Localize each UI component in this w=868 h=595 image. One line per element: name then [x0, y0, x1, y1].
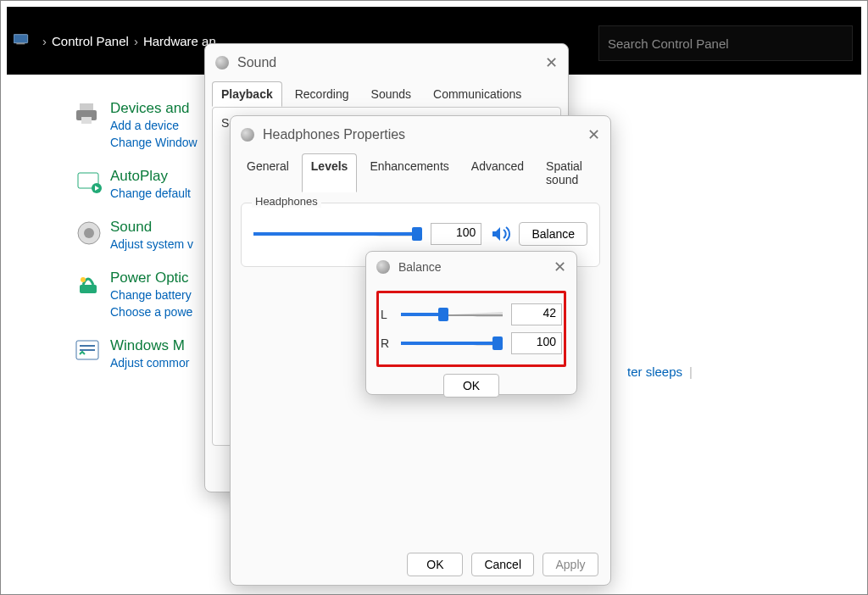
cancel-button[interactable]: Cancel — [471, 553, 534, 576]
balance-button[interactable]: Balance — [519, 222, 587, 246]
balance-icon — [376, 260, 390, 274]
tab-enhancements[interactable]: Enhancements — [360, 153, 458, 192]
tab-recording[interactable]: Recording — [286, 81, 359, 107]
category-title[interactable]: Windows M — [110, 337, 189, 354]
category-title[interactable]: Power Optic — [110, 270, 192, 286]
dialog-titlebar[interactable]: Balance ✕ — [366, 252, 576, 282]
power-icon — [75, 270, 103, 298]
ok-button[interactable]: OK — [407, 553, 463, 576]
right-label: R — [381, 336, 392, 350]
close-icon[interactable]: ✕ — [545, 53, 558, 72]
tab-communications[interactable]: Communications — [424, 81, 531, 107]
left-balance-slider[interactable] — [401, 309, 503, 320]
category-title[interactable]: AutoPlay — [110, 168, 191, 185]
volume-slider[interactable] — [253, 228, 422, 240]
search-input[interactable]: Search Control Panel — [598, 25, 853, 61]
breadcrumb-control-panel[interactable]: Control Panel — [52, 34, 129, 48]
chevron-right-icon: › — [134, 34, 138, 48]
dialog-title: Headphones Properties — [263, 127, 405, 142]
separator-icon: | — [689, 364, 693, 379]
link-adjust-volume[interactable]: Adjust system v — [110, 236, 193, 253]
tab-levels[interactable]: Levels — [302, 153, 358, 192]
highlight-annotation: L 42 R 100 — [376, 291, 566, 367]
link-add-device[interactable]: Add a device — [110, 117, 198, 134]
close-icon[interactable]: ✕ — [587, 125, 600, 144]
close-icon[interactable]: ✕ — [554, 258, 566, 276]
link-change-default[interactable]: Change default — [110, 185, 191, 202]
search-placeholder: Search Control Panel — [608, 36, 729, 51]
svg-point-11 — [81, 277, 86, 282]
left-balance-value[interactable]: 42 — [511, 303, 562, 325]
svg-rect-4 — [81, 117, 92, 124]
link-choose-power[interactable]: Choose a powe — [110, 303, 192, 320]
left-label: L — [381, 308, 392, 321]
svg-point-9 — [84, 228, 94, 238]
dialog-titlebar[interactable]: Sound ✕ — [205, 44, 568, 81]
svg-rect-2 — [80, 103, 93, 110]
ok-button[interactable]: OK — [443, 374, 499, 398]
tab-general[interactable]: General — [237, 153, 298, 192]
tab-sounds[interactable]: Sounds — [362, 81, 420, 107]
apply-button[interactable]: Apply — [542, 553, 598, 576]
right-balance-slider[interactable] — [401, 337, 503, 349]
tab-playback[interactable]: Playback — [212, 81, 282, 107]
link-adjust-common[interactable]: Adjust commor — [110, 354, 189, 371]
link-change-battery[interactable]: Change battery — [110, 286, 192, 303]
link-computer-sleeps[interactable]: ter sleeps| — [627, 364, 693, 379]
group-title: Headphones — [252, 195, 321, 208]
chevron-right-icon: › — [42, 34, 47, 48]
sound-tabs: Playback Recording Sounds Communications — [205, 81, 568, 107]
autoplay-icon — [75, 168, 103, 197]
tab-advanced[interactable]: Advanced — [462, 153, 533, 192]
props-tabs: General Levels Enhancements Advanced Spa… — [231, 153, 610, 192]
control-panel-icon — [14, 33, 31, 48]
dialog-titlebar[interactable]: Headphones Properties ✕ — [231, 116, 610, 153]
svg-rect-10 — [80, 285, 97, 293]
svg-rect-0 — [14, 35, 28, 43]
dialog-title: Sound — [237, 55, 276, 70]
mobility-icon — [75, 337, 103, 366]
right-balance-value[interactable]: 100 — [511, 332, 562, 354]
dialog-title: Balance — [398, 260, 442, 274]
tab-spatial-sound[interactable]: Spatial sound — [537, 153, 604, 192]
svg-rect-1 — [16, 43, 25, 45]
category-title[interactable]: Devices and — [110, 100, 198, 117]
speaker-icon — [75, 219, 103, 247]
volume-icon[interactable] — [490, 224, 510, 244]
balance-dialog: Balance ✕ L 42 R 100 — [365, 251, 577, 395]
sound-icon — [215, 56, 229, 70]
dialog-button-row: OK Cancel Apply — [407, 553, 598, 576]
printer-icon — [75, 100, 103, 129]
link-change-windows[interactable]: Change Window — [110, 134, 198, 151]
category-title[interactable]: Sound — [110, 219, 193, 236]
headphones-icon — [241, 128, 254, 142]
volume-value[interactable]: 100 — [431, 223, 481, 245]
